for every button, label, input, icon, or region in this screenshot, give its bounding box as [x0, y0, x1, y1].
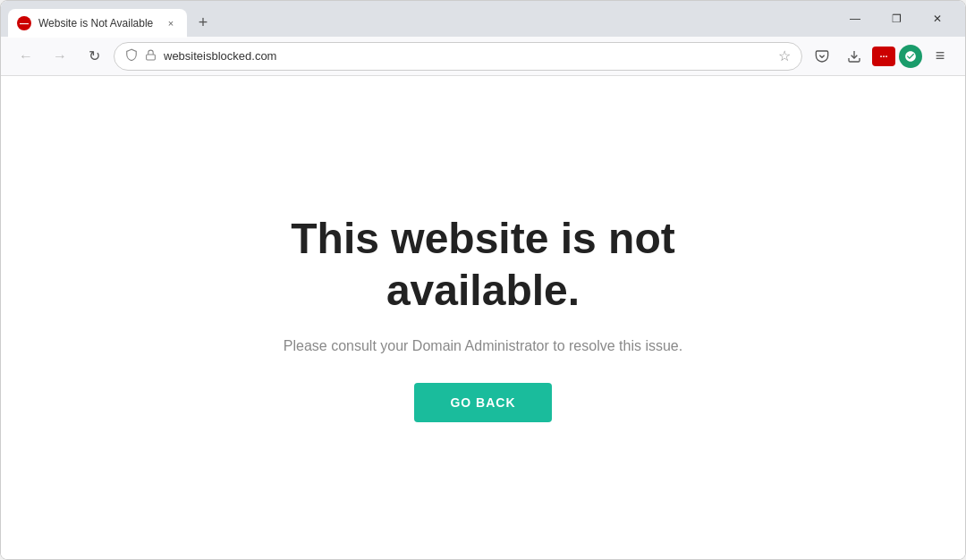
close-button[interactable]: ✕	[917, 6, 958, 31]
tab-close-button[interactable]: ×	[164, 16, 178, 30]
address-bar-wrapper: ☆	[114, 42, 802, 71]
menu-button[interactable]: ≡	[926, 42, 954, 71]
back-button[interactable]: ←	[12, 42, 40, 71]
tab-title: Website is Not Available	[38, 17, 157, 30]
extension-red-button[interactable]: ···	[872, 47, 895, 66]
bookmark-button[interactable]: ☆	[778, 47, 791, 64]
title-bar: — Website is Not Available × + — ❐ ✕	[1, 1, 965, 37]
window-controls: — ❐ ✕	[835, 6, 958, 31]
forward-button[interactable]: →	[46, 42, 74, 71]
svg-rect-0	[147, 54, 156, 59]
page-content: This website is not available. Please co…	[1, 76, 965, 559]
reload-button[interactable]: ↻	[80, 42, 108, 71]
browser-tab[interactable]: — Website is Not Available ×	[8, 9, 187, 38]
download-button[interactable]	[840, 42, 869, 71]
extension-green-button[interactable]	[899, 45, 922, 68]
browser-toolbar: ← → ↻ ☆	[1, 37, 965, 76]
maximize-button[interactable]: ❐	[876, 6, 917, 31]
tab-favicon: —	[17, 16, 31, 30]
minimize-button[interactable]: —	[835, 6, 876, 31]
error-heading: This website is not available.	[291, 213, 674, 316]
go-back-button[interactable]: GO BACK	[414, 383, 551, 422]
browser-window: — Website is Not Available × + — ❐ ✕ ← →…	[0, 0, 966, 560]
error-subtext: Please consult your Domain Administrator…	[284, 338, 682, 354]
shield-address-icon	[125, 48, 138, 64]
new-tab-button[interactable]: +	[191, 10, 216, 35]
address-input[interactable]	[164, 49, 771, 63]
toolbar-actions: ··· ≡	[808, 42, 954, 71]
lock-address-icon	[145, 49, 157, 64]
pocket-button[interactable]	[808, 42, 836, 71]
